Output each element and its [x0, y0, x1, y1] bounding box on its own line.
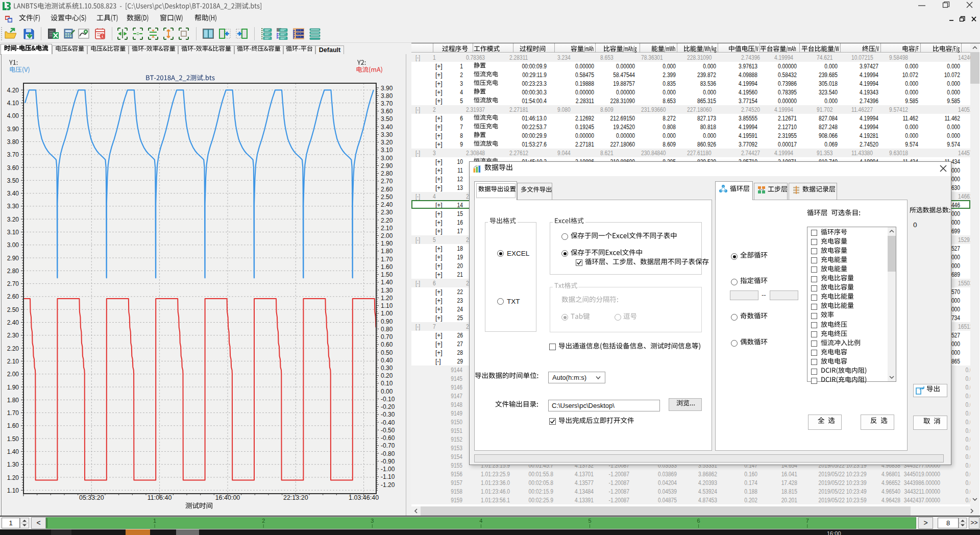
- svg-text:4: 4: [479, 518, 482, 524]
- svg-text:7: 7: [806, 518, 809, 524]
- svg-text:5: 5: [588, 518, 591, 524]
- svg-text:2: 2: [262, 518, 265, 524]
- svg-text:1: 1: [153, 518, 156, 524]
- svg-text:3: 3: [371, 518, 374, 524]
- svg-text:6: 6: [697, 518, 700, 524]
